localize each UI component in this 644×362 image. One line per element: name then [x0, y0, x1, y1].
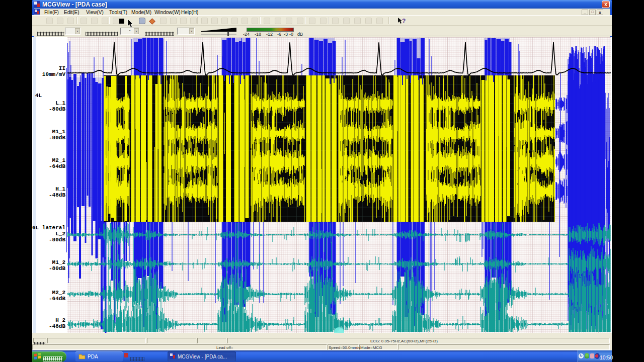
svg-text:?: ? — [402, 18, 406, 25]
